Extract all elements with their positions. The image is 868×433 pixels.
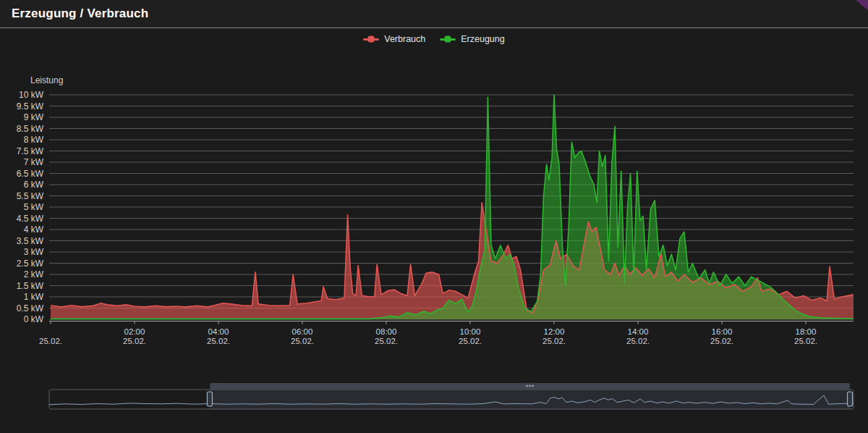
scrollbar-grip-icon	[532, 385, 533, 387]
svg-text:4 kW: 4 kW	[24, 224, 44, 235]
svg-text:9.5 kW: 9.5 kW	[17, 101, 44, 112]
svg-text:25.02.: 25.02.	[207, 337, 230, 345]
svg-text:2.5 kW: 2.5 kW	[17, 258, 44, 269]
svg-text:7 kW: 7 kW	[24, 157, 44, 167]
svg-text:04:00: 04:00	[208, 327, 229, 336]
svg-text:06:00: 06:00	[292, 327, 313, 336]
main-chart[interactable]: 0 kW0.5 kW1 kW1.5 kW2 kW2.5 kW3 kW3.5 kW…	[0, 0, 868, 433]
svg-text:0 kW: 0 kW	[24, 314, 44, 324]
svg-text:0.5 kW: 0.5 kW	[17, 303, 44, 314]
svg-text:25.02.: 25.02.	[542, 337, 566, 345]
svg-text:6.5 kW: 6.5 kW	[17, 169, 44, 179]
svg-text:8 kW: 8 kW	[24, 135, 44, 145]
svg-text:5.5 kW: 5.5 kW	[17, 191, 44, 201]
svg-text:5 kW: 5 kW	[24, 202, 44, 212]
svg-text:25.02.: 25.02.	[375, 337, 398, 345]
svg-text:10 kW: 10 kW	[19, 90, 44, 100]
navigator[interactable]	[49, 383, 854, 409]
svg-text:3.5 kW: 3.5 kW	[17, 236, 44, 246]
svg-text:1.5 kW: 1.5 kW	[17, 281, 44, 291]
navigator-right-handle[interactable]	[847, 392, 852, 406]
svg-text:16:00: 16:00	[712, 327, 733, 336]
svg-text:02:00: 02:00	[124, 327, 145, 336]
svg-text:25.02.: 25.02.	[626, 337, 650, 345]
svg-text:10:00: 10:00	[460, 327, 481, 336]
y-axis-labels: 0 kW0.5 kW1 kW1.5 kW2 kW2.5 kW3 kW3.5 kW…	[17, 90, 44, 324]
svg-text:25.02.: 25.02.	[459, 337, 482, 345]
svg-text:25.02.: 25.02.	[794, 337, 817, 345]
svg-text:2 kW: 2 kW	[24, 269, 44, 279]
scrollbar-grip-icon	[526, 385, 527, 387]
svg-text:25.02.: 25.02.	[291, 337, 314, 345]
svg-text:14:00: 14:00	[628, 327, 649, 336]
svg-text:7.5 kW: 7.5 kW	[17, 146, 44, 156]
svg-text:9 kW: 9 kW	[24, 112, 44, 122]
svg-text:25.02.: 25.02.	[710, 337, 733, 345]
svg-text:12:00: 12:00	[544, 327, 565, 336]
navigator-left-handle[interactable]	[207, 392, 212, 406]
scrollbar-grip-icon	[529, 385, 530, 387]
svg-text:4.5 kW: 4.5 kW	[17, 214, 44, 224]
erzeugung-verbrauch-panel: Erzeugung / Verbrauch Verbrauch Erzeugun…	[0, 0, 868, 433]
svg-text:6 kW: 6 kW	[24, 180, 44, 190]
x-axis-labels: 25.02.02:0025.02.04:0025.02.06:0025.02.0…	[39, 321, 817, 346]
svg-text:25.02.: 25.02.	[123, 337, 146, 345]
svg-text:8.5 kW: 8.5 kW	[17, 124, 44, 134]
svg-text:18:00: 18:00	[796, 327, 817, 336]
svg-text:08:00: 08:00	[376, 327, 397, 336]
svg-text:1 kW: 1 kW	[24, 292, 44, 302]
svg-text:25.02.: 25.02.	[39, 337, 62, 345]
svg-text:3 kW: 3 kW	[24, 247, 44, 257]
